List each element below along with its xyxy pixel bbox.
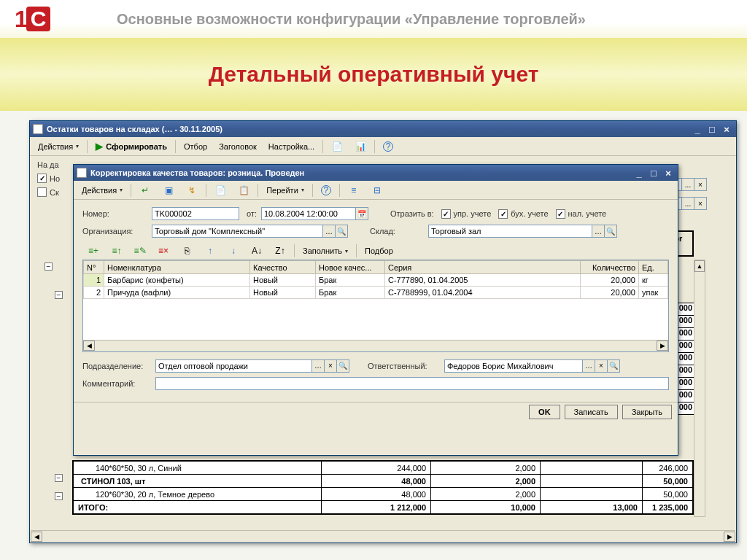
table-row[interactable]: 140*60*50, 30 л, Синий 244,000 2,000 246… — [74, 462, 693, 475]
dept-field[interactable]: Отдел оптовой продажи — [155, 359, 312, 373]
col-quantity[interactable]: Количество — [581, 261, 639, 274]
scroll-left-button[interactable]: ◀ — [31, 532, 42, 542]
toolbar-icon-1[interactable]: 📄 — [326, 139, 348, 154]
window-title: Остатки товаров на складах (… - 30.11.20… — [47, 125, 222, 133]
titlebar-remains[interactable]: Остатки товаров на складах (… - 30.11.20… — [30, 121, 736, 137]
scrollbar-horizontal[interactable]: ◀ ▶ — [31, 530, 735, 542]
actions-menu[interactable]: Действия▾ — [77, 183, 128, 198]
checkbox-upr[interactable] — [441, 209, 451, 219]
settings-button[interactable]: Настройка... — [263, 139, 320, 154]
scrollbar-vertical[interactable]: ▲ — [694, 260, 705, 517]
toolbar-icon[interactable]: ↵ — [134, 183, 156, 198]
table-row[interactable]: 120*60*30, 20 л, Темное дерево 48,000 2,… — [74, 488, 693, 501]
toolbar-icon-2[interactable]: 📊 — [349, 139, 371, 154]
warehouse-field[interactable]: Торговый зал — [428, 225, 592, 238]
toolbar-icon[interactable]: 📄 — [209, 183, 231, 198]
warehouse-label: Склад: — [370, 227, 428, 236]
save-button[interactable]: Записать — [565, 405, 618, 419]
col-quality[interactable]: Качество — [250, 261, 316, 274]
tree-collapse-button[interactable]: − — [55, 492, 63, 500]
slide-title: Детальный оперативный учет — [209, 62, 539, 87]
date-field[interactable]: 10.08.2004 12:00:00 — [261, 207, 356, 220]
minimize-button[interactable]: _ — [632, 167, 646, 179]
scroll-right-button[interactable]: ▶ — [657, 341, 668, 351]
toolbar-icon[interactable]: ⊟ — [366, 183, 388, 198]
grid-insert-button[interactable]: ≡↑ — [106, 244, 128, 258]
grid-sort-desc-button[interactable]: Z↑ — [269, 244, 291, 258]
ok-button[interactable]: OK — [529, 405, 560, 419]
dept-more-button[interactable]: … — [311, 359, 325, 373]
close-button[interactable]: × — [720, 123, 733, 135]
grid-down-button[interactable]: ↓ — [222, 244, 244, 258]
scroll-right-button[interactable]: ▶ — [724, 532, 735, 542]
col-n[interactable]: N° — [84, 261, 104, 274]
scroll-up-button[interactable]: ▲ — [694, 260, 705, 272]
help-button[interactable]: ? — [316, 183, 336, 198]
maximize-button[interactable]: □ — [647, 167, 660, 179]
table-row-empty[interactable] — [84, 299, 668, 340]
resp-more-button[interactable]: … — [582, 359, 595, 373]
fill-menu[interactable]: Заполнить▾ — [298, 244, 353, 258]
warehouse-search-button[interactable]: 🔍 — [604, 225, 617, 238]
resp-search-button[interactable]: 🔍 — [607, 359, 620, 373]
tree-collapse-button[interactable]: − — [44, 262, 53, 271]
close-dialog-button[interactable]: Закрыть — [622, 405, 672, 419]
upr-label: упр. учете — [454, 209, 492, 218]
window-icon — [77, 168, 87, 178]
dept-label: Подразделение: — [82, 362, 155, 370]
grid-sort-asc-button[interactable]: A↓ — [246, 244, 268, 258]
goto-menu[interactable]: Перейти▾ — [261, 183, 309, 198]
field-clear-button-2[interactable]: × — [694, 197, 707, 210]
checkbox-no[interactable] — [37, 174, 47, 183]
toolbar-icon[interactable]: 📋 — [233, 183, 255, 198]
dept-clear-button[interactable]: × — [324, 359, 337, 373]
org-search-button[interactable]: 🔍 — [335, 225, 348, 238]
comment-field[interactable] — [155, 377, 669, 390]
field-clear-button[interactable]: × — [694, 178, 707, 191]
col-unit[interactable]: Ед. — [639, 261, 668, 274]
grid-copy-button[interactable]: ⎘ — [176, 244, 198, 258]
maximize-button[interactable]: □ — [705, 123, 719, 135]
minimize-button[interactable]: _ — [691, 123, 704, 135]
pick-button[interactable]: Подбор — [360, 244, 398, 258]
col-series[interactable]: Серия — [385, 261, 581, 274]
org-more-button[interactable]: … — [322, 225, 336, 238]
grid-scrollbar[interactable]: ◀ ▶ — [83, 340, 668, 351]
scroll-left-button[interactable]: ◀ — [83, 341, 95, 351]
warehouse-more-button[interactable]: … — [592, 225, 605, 238]
toolbar-icon[interactable]: ≡ — [343, 183, 365, 198]
checkbox-nal[interactable] — [556, 209, 565, 219]
table-row[interactable]: 1 Барбарис (конфеты) Новый Брак C-777890… — [84, 274, 668, 287]
form-report-button[interactable]: ▶Сформировать — [90, 139, 172, 154]
field-more-button[interactable]: ... — [681, 178, 694, 191]
help-button[interactable]: ? — [378, 139, 398, 154]
grid-edit-button[interactable]: ≡✎ — [129, 244, 151, 258]
logo-1c: 1C — [15, 4, 73, 34]
resp-clear-button[interactable]: × — [595, 359, 608, 373]
tree-collapse-button[interactable]: − — [55, 291, 63, 299]
number-field[interactable]: TK000002 — [152, 207, 239, 220]
tree-collapse-button[interactable]: − — [55, 474, 63, 482]
field-more-button-2[interactable]: ... — [681, 197, 694, 210]
actions-menu[interactable]: Действия▾ — [33, 139, 84, 154]
header-button[interactable]: Заголовок — [214, 139, 262, 154]
col-new-quality[interactable]: Новое качес... — [316, 261, 385, 274]
col-nomenclature[interactable]: Номенклатура — [104, 261, 250, 274]
responsible-field[interactable]: Федоров Борис Михайлович — [444, 359, 583, 373]
checkbox-sk[interactable] — [37, 187, 47, 197]
titlebar-quality[interactable]: Корректировка качества товаров: розница.… — [74, 165, 678, 181]
grid-delete-button[interactable]: ≡× — [152, 244, 174, 258]
org-field[interactable]: Торговый дом "Комплексный" — [152, 225, 323, 238]
calendar-button[interactable]: 📅 — [355, 207, 368, 220]
dept-search-button[interactable]: 🔍 — [336, 359, 349, 373]
toolbar-icon[interactable]: ▣ — [158, 183, 179, 198]
table-row[interactable]: 2 Причуда (вафли) Новый Брак C-7788999, … — [84, 287, 668, 299]
toolbar-icon[interactable]: ↯ — [181, 183, 203, 198]
close-button[interactable]: × — [662, 167, 675, 179]
table-row[interactable]: СТИНОЛ 103, шт 48,000 2,000 50,000 — [74, 475, 693, 488]
grid-up-button[interactable]: ↑ — [199, 244, 221, 258]
checkbox-bux[interactable] — [498, 209, 508, 219]
grid-add-button[interactable]: ≡+ — [82, 244, 104, 258]
report-table: 140*60*50, 30 л, Синий 244,000 2,000 246… — [73, 461, 693, 514]
filter-button[interactable]: Отбор — [179, 139, 212, 154]
